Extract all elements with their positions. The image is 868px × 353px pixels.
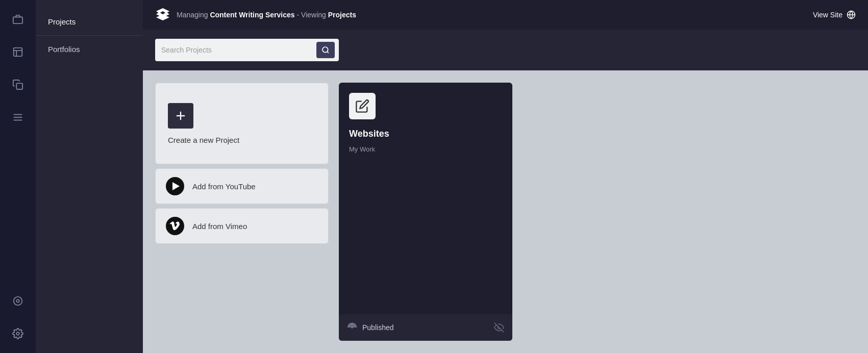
pencil-icon-box xyxy=(349,93,376,119)
content-area: Create a new Project Add from YouTube Ad… xyxy=(143,70,868,353)
add-youtube-card[interactable]: Add from YouTube xyxy=(155,168,329,204)
nav-divider xyxy=(36,35,143,36)
create-project-label: Create a new Project xyxy=(168,136,239,144)
eye-off-icon[interactable] xyxy=(494,322,504,333)
book-icon[interactable] xyxy=(9,43,27,61)
project-card-body: Websites My Work xyxy=(339,83,512,314)
project-name: Websites xyxy=(349,129,502,139)
project-subtitle: My Work xyxy=(349,145,502,153)
list-icon[interactable] xyxy=(9,108,27,127)
svg-marker-11 xyxy=(156,14,169,20)
sidebar-item-portfolios[interactable]: Portfolios xyxy=(36,40,143,59)
left-nav: Projects Portfolios xyxy=(36,0,143,353)
breadcrumb: Managing Content Writing Services - View… xyxy=(177,11,807,19)
youtube-play-triangle xyxy=(172,182,180,190)
brand-icon xyxy=(155,7,170,22)
plus-icon-box xyxy=(168,103,193,129)
view-site-label: View Site xyxy=(813,11,842,19)
svg-point-14 xyxy=(323,47,328,53)
youtube-icon xyxy=(166,177,184,195)
vimeo-icon xyxy=(166,217,184,235)
search-area xyxy=(143,30,868,70)
search-button[interactable] xyxy=(316,42,335,58)
create-project-card[interactable]: Create a new Project xyxy=(155,83,329,164)
youtube-label: Add from YouTube xyxy=(192,182,256,191)
top-bar: Managing Content Writing Services - View… xyxy=(143,0,868,30)
svg-line-15 xyxy=(327,52,329,53)
sidebar-item-projects[interactable]: Projects xyxy=(36,12,143,31)
add-vimeo-card[interactable]: Add from Vimeo xyxy=(155,208,329,244)
published-status: Published xyxy=(362,323,489,332)
svg-rect-2 xyxy=(16,83,22,89)
project-card-websites[interactable]: Websites My Work Published xyxy=(339,83,512,341)
vimeo-label: Add from Vimeo xyxy=(192,222,247,231)
eye-circle-icon[interactable] xyxy=(9,292,27,310)
icon-sidebar xyxy=(0,0,36,353)
project-card-footer: Published xyxy=(339,314,512,341)
svg-point-18 xyxy=(352,327,353,328)
briefcase-icon[interactable] xyxy=(9,10,27,29)
cards-column: Create a new Project Add from YouTube Ad… xyxy=(155,83,329,341)
settings-icon[interactable] xyxy=(9,324,27,343)
svg-rect-0 xyxy=(13,17,22,23)
svg-point-7 xyxy=(16,299,19,302)
main-area: Managing Content Writing Services - View… xyxy=(143,0,868,353)
svg-point-8 xyxy=(16,332,19,335)
svg-rect-1 xyxy=(14,48,22,57)
search-input[interactable] xyxy=(161,46,316,54)
svg-marker-9 xyxy=(156,8,169,13)
broadcast-icon xyxy=(347,322,357,333)
view-site-button[interactable]: View Site xyxy=(813,10,856,19)
copy-icon[interactable] xyxy=(9,75,27,94)
svg-point-6 xyxy=(14,297,22,306)
search-box xyxy=(155,39,339,61)
